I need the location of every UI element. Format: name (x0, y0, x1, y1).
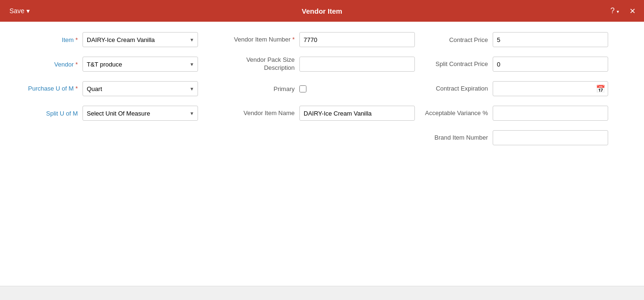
split-uom-select-wrapper: Select Unit Of Measure (83, 106, 198, 121)
vendor-item-name-label: Vendor Item Name (226, 109, 299, 117)
contract-expiration-input[interactable] (493, 81, 608, 96)
split-contract-price-input[interactable] (493, 57, 608, 72)
item-row: Item * DAIRY-Ice Cream Vanilla (9, 31, 226, 48)
purchase-uom-select[interactable]: Quart (83, 81, 198, 96)
contract-expiration-calendar-button[interactable]: 📅 (594, 83, 607, 95)
contract-expiration-row: Contract Expiration 📅 (424, 80, 635, 97)
purchase-uom-required: * (75, 85, 78, 92)
split-uom-row: Split U of M Select Unit Of Measure (9, 105, 226, 122)
acceptable-variance-row: Acceptable Variance % (424, 105, 635, 122)
purchase-uom-label: Purchase U of M * (9, 85, 83, 93)
vendor-row: Vendor * T&T produce (9, 56, 226, 73)
right-section: Contract Price Split Contract Price Cont… (424, 31, 635, 276)
header-right: ? ▾ ✕ (608, 5, 638, 17)
vendor-item-number-label: Vendor Item Number * (226, 36, 299, 44)
item-select[interactable]: DAIRY-Ice Cream Vanilla (83, 32, 198, 47)
bottom-bar (0, 286, 644, 300)
vendor-select[interactable]: T&T produce (83, 57, 198, 72)
item-label: Item * (9, 36, 83, 43)
vendor-label: Vendor * (9, 61, 83, 68)
vendor-item-number-input[interactable] (299, 32, 415, 47)
primary-row: Primary (226, 80, 424, 97)
acceptable-variance-input[interactable] (493, 106, 608, 121)
vendor-select-wrapper: T&T produce (83, 57, 198, 72)
purchase-uom-row: Purchase U of M * Quart (9, 80, 226, 97)
header: Save ▾ Vendor Item ? ▾ ✕ (0, 0, 644, 22)
middle-section: Vendor Item Number * Vendor Pack Size De… (226, 31, 424, 276)
vendor-item-number-required: * (292, 36, 295, 43)
primary-checkbox[interactable] (299, 85, 306, 92)
vendor-pack-size-label: Vendor Pack Size Description (226, 56, 299, 72)
page-title: Vendor Item (302, 7, 342, 15)
close-button[interactable]: ✕ (627, 5, 638, 17)
help-dropdown-icon: ▾ (617, 9, 619, 14)
help-button[interactable]: ? ▾ (608, 5, 622, 17)
brand-item-number-row: Brand Item Number (424, 129, 635, 146)
vendor-pack-size-row: Vendor Pack Size Description (226, 56, 424, 73)
acceptable-variance-label: Acceptable Variance % (424, 109, 493, 117)
calendar-icon: 📅 (596, 85, 605, 93)
brand-item-number-input[interactable] (493, 130, 608, 145)
contract-expiration-wrapper: 📅 (493, 81, 608, 96)
help-icon: ? (611, 7, 615, 15)
save-button[interactable]: Save ▾ (6, 5, 33, 17)
vendor-pack-size-input[interactable] (299, 57, 415, 72)
split-uom-label: Split U of M (9, 110, 83, 117)
split-contract-price-label: Split Contract Price (424, 60, 493, 68)
contract-price-input[interactable] (493, 32, 608, 47)
save-dropdown-icon: ▾ (26, 7, 30, 15)
header-left: Save ▾ (6, 5, 33, 17)
main-content: Item * DAIRY-Ice Cream Vanilla Vendor * … (0, 22, 644, 286)
vendor-item-name-row: Vendor Item Name (226, 105, 424, 122)
item-select-wrapper: DAIRY-Ice Cream Vanilla (83, 32, 198, 47)
left-section: Item * DAIRY-Ice Cream Vanilla Vendor * … (9, 31, 226, 276)
vendor-required: * (75, 61, 78, 68)
save-label: Save (9, 7, 25, 15)
split-uom-select[interactable]: Select Unit Of Measure (83, 106, 198, 121)
vendor-item-number-row: Vendor Item Number * (226, 31, 424, 48)
split-contract-price-row: Split Contract Price (424, 56, 635, 73)
vendor-item-name-input[interactable] (299, 106, 415, 121)
brand-item-number-label: Brand Item Number (424, 134, 493, 142)
item-required: * (75, 36, 78, 43)
contract-price-label: Contract Price (424, 36, 493, 43)
close-icon: ✕ (629, 7, 636, 15)
contract-price-row: Contract Price (424, 31, 635, 48)
contract-expiration-label: Contract Expiration (424, 85, 493, 93)
purchase-uom-select-wrapper: Quart (83, 81, 198, 96)
primary-label: Primary (226, 85, 299, 92)
